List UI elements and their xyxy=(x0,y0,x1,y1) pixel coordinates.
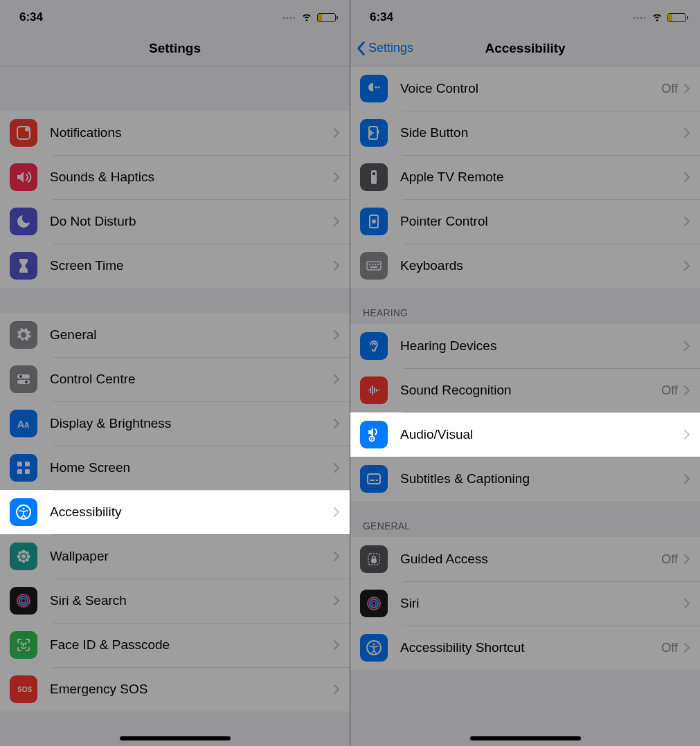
chevron-right-icon xyxy=(683,642,690,653)
row-label: Voice Control xyxy=(400,81,661,96)
row-value: Off xyxy=(661,552,678,567)
flower-icon xyxy=(10,543,37,570)
svg-rect-11 xyxy=(25,469,30,474)
row-home-screen[interactable]: Home Screen xyxy=(0,446,350,490)
row-side-button[interactable]: Side Button xyxy=(350,111,700,155)
row-siri-search[interactable]: Siri & Search xyxy=(0,579,350,623)
svg-point-3 xyxy=(19,375,22,378)
svg-rect-2 xyxy=(17,374,30,379)
settings-panel: 6:34 •••• Settings NotificationsSounds &… xyxy=(0,0,350,746)
row-label: General xyxy=(50,327,333,343)
audio-visual-icon xyxy=(360,421,388,448)
svg-point-29 xyxy=(375,87,377,89)
settings-list: NotificationsSounds & HapticsDo Not Dist… xyxy=(0,66,350,711)
svg-point-15 xyxy=(22,550,26,554)
row-voice-control[interactable]: Voice ControlOff xyxy=(350,66,700,111)
battery-icon xyxy=(667,13,686,22)
svg-rect-36 xyxy=(367,262,381,270)
chevron-right-icon xyxy=(333,329,340,340)
chevron-right-icon xyxy=(683,598,690,609)
svg-point-53 xyxy=(373,643,375,645)
chevron-right-icon xyxy=(683,554,690,565)
svg-rect-48 xyxy=(372,559,376,563)
remote-icon xyxy=(360,163,388,191)
svg-rect-9 xyxy=(25,462,30,466)
status-bar: 6:34 •••• xyxy=(0,0,350,30)
chevron-right-icon xyxy=(333,684,340,695)
row-keyboards[interactable]: Keyboards xyxy=(350,244,700,288)
svg-rect-45 xyxy=(370,480,375,481)
chevron-right-icon xyxy=(333,462,340,473)
row-label: Screen Time xyxy=(50,258,333,273)
svg-point-19 xyxy=(19,552,22,555)
row-label: Audio/Visual xyxy=(400,427,683,442)
svg-point-43 xyxy=(371,438,373,439)
svg-text:A: A xyxy=(24,421,29,429)
chevron-right-icon xyxy=(683,216,690,227)
row-accessibility-shortcut[interactable]: Accessibility ShortcutOff xyxy=(350,626,700,670)
siri-icon xyxy=(360,590,388,617)
svg-rect-4 xyxy=(17,380,30,384)
row-control-centre[interactable]: Control Centre xyxy=(0,357,350,401)
row-accessibility[interactable]: Accessibility xyxy=(0,490,350,534)
svg-rect-40 xyxy=(377,264,379,265)
chevron-right-icon xyxy=(333,595,340,606)
gear-icon xyxy=(10,321,37,349)
section-header: GENERAL xyxy=(350,501,700,537)
row-general[interactable]: General xyxy=(0,313,350,357)
row-label: Emergency SOS xyxy=(50,682,333,697)
row-label: Display & Brightness xyxy=(50,416,333,431)
row-siri[interactable]: Siri xyxy=(350,581,700,626)
row-pointer-control[interactable]: Pointer Control xyxy=(350,199,700,244)
row-sound-recognition[interactable]: Sound RecognitionOff xyxy=(350,368,700,412)
siri-icon xyxy=(10,587,37,615)
svg-rect-8 xyxy=(17,462,22,466)
svg-point-35 xyxy=(373,220,375,223)
row-label: Side Button xyxy=(400,125,683,140)
row-label: Wallpaper xyxy=(50,549,333,564)
svg-text:SOS: SOS xyxy=(17,686,32,693)
row-emergency-sos[interactable]: SOSEmergency SOS xyxy=(0,667,350,711)
row-subtitles-captioning[interactable]: Subtitles & Captioning xyxy=(350,457,700,501)
chevron-right-icon xyxy=(683,83,690,94)
row-audio-visual[interactable]: Audio/Visual xyxy=(350,412,700,457)
row-label: Sound Recognition xyxy=(400,383,661,398)
home-indicator[interactable] xyxy=(120,736,231,740)
accessibility-panel: 6:34 •••• Settings Accessibility Voice C… xyxy=(350,0,700,746)
row-face-id-passcode[interactable]: Face ID & Passcode xyxy=(0,623,350,667)
sos-icon: SOS xyxy=(10,675,37,703)
page-title: Accessibility xyxy=(485,41,565,56)
row-do-not-disturb[interactable]: Do Not Disturb xyxy=(0,199,350,244)
row-sounds-haptics[interactable]: Sounds & Haptics xyxy=(0,155,350,199)
row-hearing-devices[interactable]: Hearing Devices xyxy=(350,324,700,368)
switches-icon xyxy=(10,365,37,393)
svg-point-24 xyxy=(19,597,28,605)
row-label: Home Screen xyxy=(50,460,333,475)
svg-point-16 xyxy=(22,560,26,563)
chevron-right-icon xyxy=(683,260,690,271)
row-label: Pointer Control xyxy=(400,214,683,229)
moon-icon xyxy=(10,208,37,235)
svg-point-51 xyxy=(372,601,376,606)
chevron-right-icon xyxy=(683,429,690,440)
accessibility-icon xyxy=(360,634,388,662)
row-guided-access[interactable]: Guided AccessOff xyxy=(350,537,700,581)
row-label: Guided Access xyxy=(400,552,661,567)
pointer-icon xyxy=(360,208,388,235)
voice-icon xyxy=(360,75,388,102)
row-wallpaper[interactable]: Wallpaper xyxy=(0,534,350,579)
row-label: Subtitles & Captioning xyxy=(400,471,683,486)
row-display-brightness[interactable]: AADisplay & Brightness xyxy=(0,401,350,446)
svg-text:A: A xyxy=(17,419,24,430)
back-button[interactable]: Settings xyxy=(356,30,413,66)
chevron-right-icon xyxy=(333,127,340,138)
page-title: Settings xyxy=(149,41,201,56)
row-screen-time[interactable]: Screen Time xyxy=(0,244,350,288)
svg-point-27 xyxy=(25,643,26,644)
row-apple-tv-remote[interactable]: Apple TV Remote xyxy=(350,155,700,199)
battery-icon xyxy=(317,13,336,22)
row-notifications[interactable]: Notifications xyxy=(0,111,350,155)
row-value: Off xyxy=(661,82,678,96)
home-indicator[interactable] xyxy=(470,736,581,740)
svg-point-21 xyxy=(19,558,22,562)
